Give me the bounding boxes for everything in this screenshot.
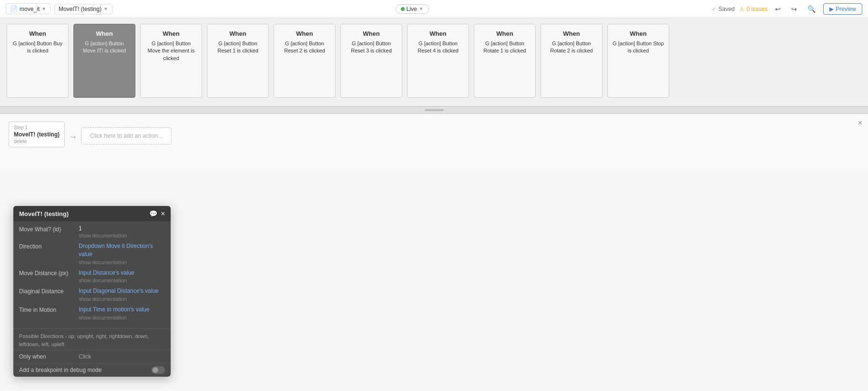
add-action-box[interactable]: Click here to add an action... (81, 127, 172, 144)
flow-area: × Step 1 MoveIT! (testing) delete → Clic… (0, 114, 868, 171)
project-dropdown-icon: ▼ (41, 6, 46, 11)
trigger-desc: G [action] Button Rotate 2 is clicked (546, 40, 597, 55)
when-label: When (563, 30, 580, 37)
trigger-desc: G [action] Button Move the element is cl… (145, 40, 197, 62)
top-bar-center: Live ▼ (396, 4, 429, 14)
live-dot (401, 7, 405, 11)
top-bar: 📄 move_it ▼ MoveIT! (testing) ▼ Live ▼ ✓… (0, 0, 868, 18)
issues-count[interactable]: ⚠ 0 issues (739, 6, 767, 12)
flow-arrow: → (65, 132, 81, 142)
trigger-card-8[interactable]: When G [action] Button Rotate 2 is click… (541, 24, 602, 98)
check-icon: ✓ (712, 6, 716, 12)
saved-label: Saved (718, 6, 735, 12)
scroll-grip (425, 109, 444, 111)
live-badge[interactable]: Live ▼ (396, 4, 429, 14)
step-delete-link[interactable]: delete (14, 139, 60, 144)
live-label: Live (407, 6, 417, 12)
redo-button[interactable]: ↪ (788, 4, 800, 14)
when-label: When (29, 30, 46, 37)
close-flow-button[interactable]: × (858, 119, 862, 127)
when-label: When (496, 30, 513, 37)
when-label: When (163, 30, 179, 37)
warning-icon: ⚠ (739, 6, 745, 12)
trigger-desc: G [action] Button Reset 3 is clicked (346, 40, 397, 55)
trigger-desc: G [action] Button Move IT! is clicked (79, 40, 130, 55)
flow-dropdown-icon: ▼ (103, 6, 108, 11)
preview-label: Preview (836, 6, 856, 12)
trigger-card-5[interactable]: When G [action] Button Reset 3 is clicke… (340, 24, 402, 98)
top-bar-right: ✓ Saved ⚠ 0 issues ↩ ↪ 🔍 ▶ Preview (712, 3, 862, 15)
trigger-desc: G [action] Button Reset 2 is clicked (279, 40, 330, 55)
when-label: When (229, 30, 246, 37)
trigger-card-7[interactable]: When G [action] Button Rotate 1 is click… (474, 24, 536, 98)
live-dropdown-icon: ▼ (419, 6, 424, 11)
saved-status: ✓ Saved (712, 6, 735, 12)
trigger-card-9[interactable]: When G [action] Button Stop is clicked (607, 24, 669, 98)
trigger-card-4[interactable]: When G [action] Button Reset 2 is clicke… (274, 24, 336, 98)
flow-name: MoveIT! (testing) (59, 6, 102, 12)
undo-button[interactable]: ↩ (772, 4, 784, 14)
when-label: When (429, 30, 446, 37)
add-action-label: Click here to add an action... (90, 133, 163, 139)
scroll-handle[interactable] (0, 106, 868, 114)
when-label: When (96, 30, 112, 37)
step-label: Step 1 (14, 125, 60, 130)
project-selector[interactable]: 📄 move_it ▼ (6, 3, 51, 14)
trigger-desc: G [action] Button Rotate 1 is clicked (479, 40, 531, 55)
trigger-card-0[interactable]: When G [action] Button Buy is clicked (7, 24, 69, 98)
trigger-card-1[interactable]: When G [action] Button Move IT! is click… (73, 24, 135, 98)
when-label: When (363, 30, 379, 37)
trigger-card-6[interactable]: When G [action] Button Reset 4 is clicke… (407, 24, 469, 98)
triggers-area: When G [action] Button Buy is clicked Wh… (0, 18, 868, 106)
top-bar-left: 📄 move_it ▼ MoveIT! (testing) ▼ (6, 3, 112, 14)
trigger-desc: G [action] Button Reset 4 is clicked (412, 40, 464, 55)
project-name: move_it (20, 6, 40, 12)
issues-label: 0 issues (746, 6, 767, 12)
step-box: Step 1 MoveIT! (testing) delete (9, 122, 65, 147)
search-button[interactable]: 🔍 (805, 4, 818, 14)
trigger-card-3[interactable]: When G [action] Button Reset 1 is clicke… (207, 24, 269, 98)
trigger-card-2[interactable]: When G [action] Button Move the element … (140, 24, 202, 98)
play-icon: ▶ (829, 6, 834, 12)
when-label: When (296, 30, 313, 37)
trigger-desc: G [action] Button Reset 1 is clicked (212, 40, 264, 55)
trigger-desc: G [action] Button Stop is clicked (613, 40, 664, 55)
when-label: When (630, 30, 646, 37)
trigger-desc: G [action] Button Buy is clicked (12, 40, 63, 55)
step-name: MoveIT! (testing) (14, 131, 60, 138)
preview-button[interactable]: ▶ Preview (823, 3, 862, 15)
flow-selector[interactable]: MoveIT! (testing) ▼ (54, 4, 112, 14)
